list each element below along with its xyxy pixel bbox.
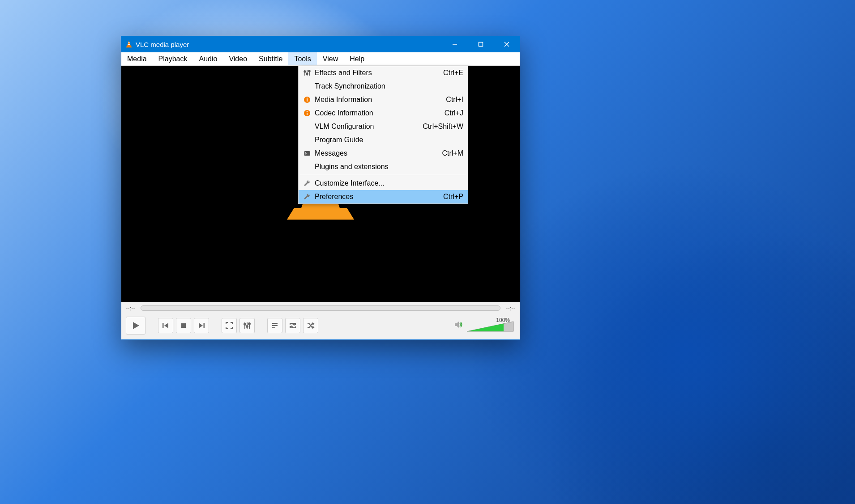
svg-rect-13 bbox=[162, 323, 164, 328]
menuitem-shortcut: Ctrl+J bbox=[437, 109, 463, 117]
previous-button[interactable] bbox=[158, 318, 173, 333]
menu-audio[interactable]: Audio bbox=[193, 52, 223, 65]
menuitem-label: Messages bbox=[313, 149, 435, 157]
svg-rect-15 bbox=[181, 323, 186, 328]
volume-label: 100% bbox=[496, 317, 510, 323]
menu-media[interactable]: Media bbox=[121, 52, 153, 65]
menu-view[interactable]: View bbox=[317, 52, 344, 65]
menuitem-shortcut: Ctrl+M bbox=[435, 149, 463, 157]
svg-marker-0 bbox=[127, 40, 131, 47]
menubar: Media Playback Audio Video Subtitle Tool… bbox=[121, 52, 520, 66]
playlist-button[interactable] bbox=[267, 318, 282, 333]
fullscreen-button[interactable] bbox=[222, 318, 237, 333]
svg-rect-17 bbox=[204, 323, 205, 328]
wrench-icon bbox=[301, 193, 313, 200]
play-button[interactable] bbox=[126, 317, 145, 335]
svg-point-22 bbox=[246, 326, 248, 327]
vlc-cone-icon bbox=[125, 40, 133, 49]
info-icon bbox=[301, 110, 313, 117]
menu-subtitle[interactable]: Subtitle bbox=[253, 52, 288, 65]
seek-slider[interactable] bbox=[141, 305, 500, 311]
menuitem-label: Preferences bbox=[313, 193, 436, 201]
svg-rect-42 bbox=[304, 151, 310, 156]
menu-playback[interactable]: Playback bbox=[153, 52, 193, 65]
time-remaining[interactable]: --:-- bbox=[506, 305, 515, 312]
menuitem-label: Codec Information bbox=[313, 109, 437, 117]
next-button[interactable] bbox=[194, 318, 209, 333]
menuitem-codec-information[interactable]: Codec Information Ctrl+J bbox=[299, 106, 468, 120]
menuitem-label: VLM Configuration bbox=[313, 123, 415, 131]
info-icon bbox=[301, 96, 313, 103]
svg-point-23 bbox=[248, 323, 250, 325]
menuitem-program-guide[interactable]: Program Guide bbox=[299, 133, 468, 147]
menuitem-label: Program Guide bbox=[313, 136, 456, 144]
menuitem-messages[interactable]: Messages Ctrl+M bbox=[299, 147, 468, 160]
menuitem-label: Media Information bbox=[313, 96, 439, 104]
menuitem-effects-and-filters[interactable]: Effects and Filters Ctrl+E bbox=[299, 66, 468, 80]
window-title: VLC media player bbox=[136, 41, 442, 48]
menuitem-shortcut: Ctrl+Shift+W bbox=[415, 123, 463, 131]
svg-rect-5 bbox=[479, 42, 483, 47]
svg-marker-14 bbox=[164, 323, 168, 328]
maximize-button[interactable] bbox=[468, 36, 494, 52]
svg-rect-1 bbox=[128, 42, 129, 43]
menuitem-shortcut: Ctrl+E bbox=[436, 69, 463, 77]
svg-marker-16 bbox=[199, 323, 203, 328]
minimize-button[interactable] bbox=[442, 36, 468, 52]
terminal-icon bbox=[301, 150, 313, 157]
menuitem-label: Customize Interface... bbox=[313, 179, 456, 187]
tools-dropdown: Effects and Filters Ctrl+E Track Synchro… bbox=[298, 66, 468, 204]
menuitem-label: Plugins and extensions bbox=[313, 163, 456, 171]
svg-marker-11 bbox=[287, 208, 354, 220]
menuitem-preferences[interactable]: Preferences Ctrl+P bbox=[299, 190, 468, 203]
svg-point-38 bbox=[307, 97, 308, 98]
svg-marker-12 bbox=[133, 322, 139, 329]
close-button[interactable] bbox=[494, 36, 520, 52]
speaker-icon[interactable] bbox=[453, 320, 463, 331]
menuitem-customize-interface[interactable]: Customize Interface... bbox=[299, 177, 468, 190]
svg-point-34 bbox=[306, 73, 308, 75]
menuitem-shortcut: Ctrl+I bbox=[439, 96, 463, 104]
menuitem-plugins-and-extensions[interactable]: Plugins and extensions bbox=[299, 160, 468, 174]
loop-button[interactable] bbox=[285, 318, 300, 333]
sliders-icon bbox=[301, 69, 313, 76]
controls-panel: --:-- --:-- bbox=[121, 302, 520, 339]
stop-button[interactable] bbox=[176, 318, 191, 333]
svg-point-33 bbox=[304, 71, 306, 72]
svg-marker-27 bbox=[455, 322, 459, 328]
menu-video[interactable]: Video bbox=[223, 52, 253, 65]
svg-rect-40 bbox=[307, 113, 308, 115]
titlebar[interactable]: VLC media player bbox=[121, 36, 520, 52]
time-elapsed[interactable]: --:-- bbox=[126, 305, 135, 312]
extended-settings-button[interactable] bbox=[239, 318, 255, 333]
menu-separator bbox=[300, 175, 466, 175]
menuitem-track-synchronization[interactable]: Track Synchronization bbox=[299, 80, 468, 93]
menu-help[interactable]: Help bbox=[344, 52, 370, 65]
svg-point-21 bbox=[244, 323, 246, 325]
svg-point-41 bbox=[307, 111, 308, 112]
wrench-icon bbox=[301, 180, 313, 187]
menuitem-shortcut: Ctrl+P bbox=[436, 193, 463, 201]
menuitem-label: Effects and Filters bbox=[313, 69, 436, 77]
vlc-window: VLC media player Media Playback Audio Vi… bbox=[121, 36, 520, 340]
menu-tools[interactable]: Tools bbox=[288, 52, 316, 65]
svg-rect-37 bbox=[307, 99, 308, 102]
svg-rect-3 bbox=[126, 47, 132, 47]
menuitem-label: Track Synchronization bbox=[313, 82, 456, 90]
svg-rect-2 bbox=[128, 44, 130, 45]
svg-point-35 bbox=[308, 70, 310, 72]
menuitem-vlm-configuration[interactable]: VLM Configuration Ctrl+Shift+W bbox=[299, 120, 468, 133]
menuitem-media-information[interactable]: Media Information Ctrl+I bbox=[299, 93, 468, 106]
volume-slider[interactable]: 100% bbox=[466, 318, 515, 333]
shuffle-button[interactable] bbox=[303, 318, 318, 333]
